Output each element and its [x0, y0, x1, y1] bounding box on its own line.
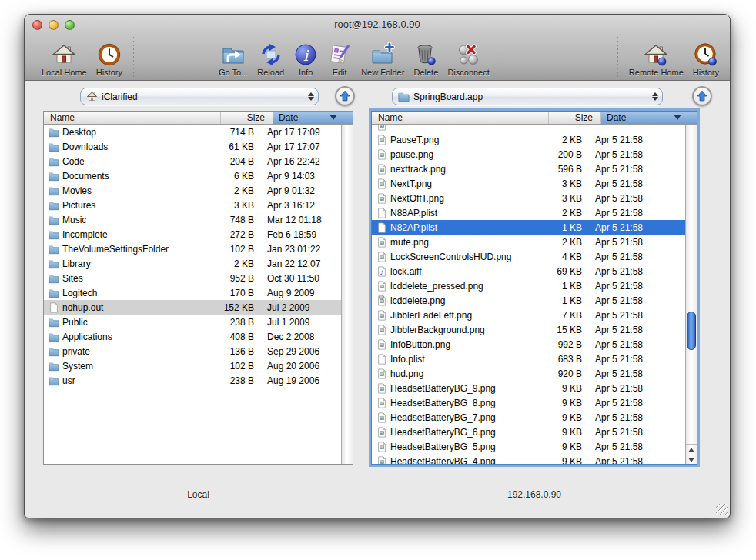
file-row-mute-png[interactable]: mute.png 2 KB Apr 5 21:58 [372, 235, 685, 249]
file-date: Apr 5 21:58 [590, 164, 685, 175]
file-row-nextofft-png[interactable]: NextOffT.png 3 KB Apr 5 21:58 [372, 191, 685, 205]
local-file-list: Desktop 714 B Apr 17 17:09 Downloads 61 … [44, 125, 341, 464]
file-row-lock-aiff[interactable]: ♪lock.aiff 69 KB Apr 5 21:58 [372, 264, 685, 278]
file-row-sites[interactable]: Sites 952 B Oct 30 11:50 [44, 271, 341, 285]
file-row-movies[interactable]: Movies 2 KB Apr 9 01:32 [44, 183, 341, 198]
file-row-nextt-png[interactable]: NextT.png 3 KB Apr 5 21:58 [372, 176, 685, 191]
folder-icon [49, 127, 59, 138]
folder-icon [49, 185, 59, 196]
window-chrome: root@192.168.0.90 Local Home History Go [25, 15, 730, 81]
file-row-headsetbatterybg-8-png[interactable]: HeadsetBatteryBG_8.png 9 KB Apr 5 21:58 [372, 395, 685, 410]
toolbar-info[interactable]: i Info [292, 42, 319, 77]
file-row[interactable] [372, 125, 685, 132]
file-row-headsetbatterybg-7-png[interactable]: HeadsetBatteryBG_7.png 9 KB Apr 5 21:58 [372, 410, 685, 425]
image-icon [376, 149, 387, 160]
column-header-size[interactable]: Size [221, 112, 273, 124]
toolbar-delete[interactable]: Delete [412, 42, 440, 77]
toolbar-edit[interactable]: Edit [326, 42, 353, 77]
file-row-system[interactable]: System 102 B Aug 20 2006 [44, 358, 341, 373]
toolbar-local-home[interactable]: Local Home [40, 42, 89, 77]
toolbar-go-to[interactable]: Go To... [217, 42, 249, 77]
file-row-incomplete[interactable]: Incomplete 272 B Feb 6 18:59 [44, 227, 341, 242]
local-scrollbar[interactable] [341, 125, 353, 464]
titlebar[interactable]: root@192.168.0.90 [25, 15, 730, 35]
file-row-music[interactable]: Music 748 B Mar 12 01:18 [44, 212, 341, 227]
file-row-pictures[interactable]: Pictures 3 KB Apr 3 16:12 [44, 198, 341, 212]
file-row-hud-png[interactable]: hud.png 920 B Apr 5 21:58 [372, 366, 685, 381]
file-row-n82ap-plist[interactable]: N82AP.plist 1 KB Apr 5 21:58 [372, 220, 685, 235]
minimize-button[interactable] [49, 20, 59, 30]
remote-up-directory-button[interactable] [692, 86, 712, 106]
toolbar-history[interactable]: History [95, 42, 124, 77]
file-size: 2 KB [549, 237, 590, 248]
file-row-lockscreencontrolshud-png[interactable]: LockScreenControlsHUD.png 4 KB Apr 5 21:… [372, 249, 685, 264]
local-up-directory-button[interactable] [335, 86, 355, 106]
svg-text:♪: ♪ [380, 268, 383, 275]
file-row-pause-png[interactable]: pause.png 200 B Apr 5 21:58 [372, 147, 685, 162]
file-row-logitech[interactable]: Logitech 170 B Aug 9 2009 [44, 285, 341, 300]
sort-descending-icon [329, 115, 337, 120]
file-date: Jul 1 2009 [262, 317, 341, 328]
scroll-down-button[interactable] [686, 455, 697, 465]
file-row-code[interactable]: Code 204 B Apr 16 22:42 [44, 154, 341, 168]
file-row-jibblerbackground-png[interactable]: JibblerBackground.png 15 KB Apr 5 21:58 [372, 322, 685, 337]
file-row-nexttrack-png[interactable]: nexttrack.png 596 B Apr 5 21:58 [372, 162, 685, 176]
zoom-button[interactable] [65, 20, 75, 30]
folder-icon [49, 215, 59, 225]
file-name: Movies [62, 185, 92, 196]
file-row-public[interactable]: Public 238 B Jul 1 2009 [44, 315, 341, 329]
file-row-private[interactable]: private 136 B Sep 29 2006 [44, 344, 341, 358]
file-row-headsetbatterybg-4-png[interactable]: HeadsetBatteryBG_4.png 9 KB Apr 5 21:58 [372, 454, 685, 464]
column-header-size[interactable]: Size [549, 112, 601, 124]
file-row-applications[interactable]: Applications 408 B Dec 2 2008 [44, 329, 341, 344]
file-date: Apr 9 14:03 [262, 171, 341, 182]
file-name: mute.png [390, 237, 429, 248]
file-size: 9 KB [549, 398, 590, 408]
column-header-date[interactable]: Date [601, 112, 697, 124]
scrollbar-thumb[interactable] [687, 312, 696, 350]
file-name: Desktop [62, 127, 96, 138]
file-size: 6 KB [221, 171, 262, 182]
file-row-desktop[interactable]: Desktop 714 B Apr 17 17:09 [44, 125, 341, 139]
toolbar-disconnect[interactable]: Disconnect [446, 42, 490, 77]
column-header-name[interactable]: Name [372, 112, 549, 124]
file-row-library[interactable]: Library 2 KB Jan 22 12:07 [44, 256, 341, 271]
toolbar-reload[interactable]: Reload [256, 42, 286, 77]
remote-path-popup[interactable]: SpringBoard.app [392, 88, 663, 105]
history-remote-icon [694, 42, 718, 67]
column-header-name[interactable]: Name [44, 112, 221, 124]
toolbar-history[interactable]: History [691, 42, 721, 77]
file-row-thevolumesettingsfolder[interactable]: TheVolumeSettingsFolder 102 B Jan 23 01:… [44, 242, 341, 256]
file-size: 952 B [221, 273, 262, 284]
file-row-n88ap-plist[interactable]: N88AP.plist 2 KB Apr 5 21:58 [372, 205, 685, 220]
home-remote-icon [644, 42, 668, 67]
pane-splitter-handle[interactable] [379, 295, 384, 300]
image-icon [376, 237, 387, 248]
file-row-infobutton-png[interactable]: InfoButton.png 992 B Apr 5 21:58 [372, 337, 685, 352]
toolbar-new-folder[interactable]: New Folder [360, 42, 406, 77]
local-path-popup[interactable]: iClarified [80, 88, 319, 105]
file-row-info-plist[interactable]: Info.plist 683 B Apr 5 21:58 [372, 352, 685, 366]
column-header-date[interactable]: Date [273, 112, 353, 124]
file-row-headsetbatterybg-5-png[interactable]: HeadsetBatteryBG_5.png 9 KB Apr 5 21:58 [372, 439, 685, 454]
file-name: lcddelete_pressed.png [390, 281, 483, 292]
file-row-pauset-png[interactable]: PauseT.png 2 KB Apr 5 21:58 [372, 132, 685, 147]
file-name: NextOffT.png [390, 193, 444, 204]
file-row-usr[interactable]: usr 238 B Aug 19 2006 [44, 373, 341, 388]
toolbar-remote-home[interactable]: Remote Home [627, 42, 685, 77]
scroll-up-button[interactable] [686, 445, 697, 455]
file-name: HeadsetBatteryBG_4.png [390, 456, 496, 465]
file-row-nohup-out[interactable]: nohup.out 152 KB Jul 2 2009 [44, 300, 341, 315]
file-row-headsetbatterybg-9-png[interactable]: HeadsetBatteryBG_9.png 9 KB Apr 5 21:58 [372, 381, 685, 395]
file-row-lcddelete-pressed-png[interactable]: lcddelete_pressed.png 1 KB Apr 5 21:58 [372, 278, 685, 293]
remote-scrollbar[interactable] [685, 125, 697, 464]
close-button[interactable] [32, 20, 42, 30]
file-row-downloads[interactable]: Downloads 61 KB Apr 17 17:07 [44, 139, 341, 154]
home-icon [52, 42, 76, 67]
file-row-jibblerfadeleft-png[interactable]: JibblerFadeLeft.png 7 KB Apr 5 21:58 [372, 308, 685, 322]
file-row-headsetbatterybg-6-png[interactable]: HeadsetBatteryBG_6.png 9 KB Apr 5 21:58 [372, 425, 685, 439]
file-row-lcddelete-png[interactable]: lcddelete.png 1 KB Apr 5 21:58 [372, 293, 685, 308]
file-row-documents[interactable]: Documents 6 KB Apr 9 14:03 [44, 168, 341, 183]
window-resize-grip[interactable] [716, 504, 728, 515]
folder-icon [49, 142, 59, 152]
